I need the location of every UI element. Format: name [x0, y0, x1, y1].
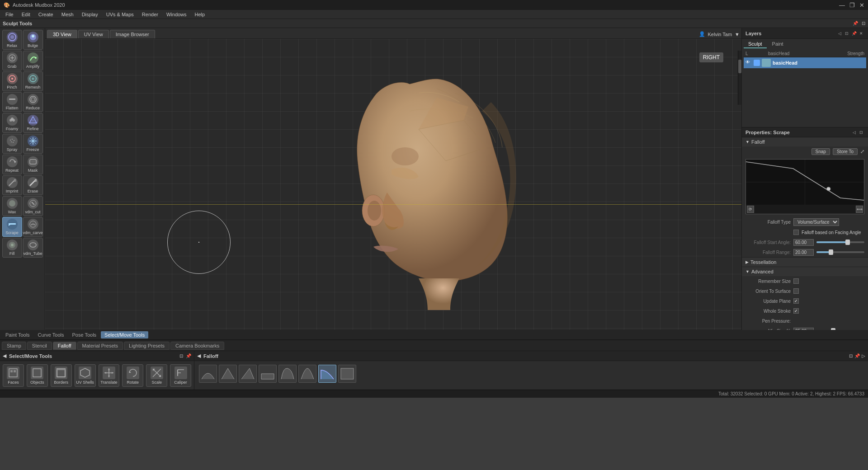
falloff-preview[interactable]: ⟳ ⟺ [745, 159, 864, 214]
falloff-start-input[interactable] [793, 239, 814, 246]
remember-size-checkbox[interactable] [793, 278, 799, 284]
layer-eye-icon[interactable]: 👁 [745, 60, 752, 66]
tab-select-move-tools[interactable]: Select/Move Tools [101, 331, 148, 338]
tab-curve-tools[interactable]: Curve Tools [34, 331, 68, 338]
min-size-input[interactable] [793, 328, 814, 330]
expand-icon[interactable]: ⤢ [860, 149, 864, 155]
tool-grab[interactable]: Grab [2, 51, 22, 70]
tool-flatten[interactable]: Flatten [2, 92, 22, 112]
tool-amplify[interactable]: Amplify [23, 51, 43, 70]
tool-vdm-carve[interactable]: vdm_carve [23, 217, 43, 237]
tool-freeze[interactable]: Freeze [23, 134, 43, 154]
layers-tab-paint[interactable]: Paint [768, 40, 788, 48]
layer-row-basichead[interactable]: 👁 basicHead [744, 57, 866, 68]
orient-surface-checkbox[interactable] [793, 288, 799, 294]
layers-scrollbar[interactable] [738, 51, 741, 105]
falloff-shape-7[interactable] [318, 365, 336, 383]
tool-repeat[interactable]: Repeat [2, 155, 22, 174]
tool-vdm-cut[interactable]: vdm_cut [23, 196, 43, 216]
tool-bulge[interactable]: Bulge [23, 30, 43, 50]
tool-relax[interactable]: Relax [2, 30, 22, 50]
tool-translate[interactable]: Translate [99, 364, 120, 387]
tab-image-browser[interactable]: Image Browser [110, 30, 155, 38]
menu-mesh[interactable]: Mesh [58, 10, 77, 19]
falloff-shape-1[interactable] [199, 365, 217, 383]
user-dropdown-icon[interactable]: ▼ [735, 32, 740, 37]
falloff-range-slider[interactable] [816, 251, 864, 253]
tessellation-section-header[interactable]: ▶ Tessellation [742, 258, 868, 267]
whole-stroke-checkbox[interactable]: ✓ [793, 308, 799, 314]
tool-uv-shells[interactable]: UV Shells [75, 364, 96, 387]
menu-display[interactable]: Display [78, 10, 102, 19]
falloff-panel-dock[interactable]: ⊡ [849, 353, 853, 358]
tool-erase[interactable]: Erase [23, 175, 43, 195]
close-button[interactable]: ✕ [859, 2, 864, 9]
props-dock-icon[interactable]: ⊡ [858, 129, 864, 136]
falloff-btn-reset[interactable]: ⟳ [747, 206, 754, 213]
tool-objects[interactable]: Objects [27, 364, 48, 387]
menu-file[interactable]: File [2, 10, 17, 19]
menu-edit[interactable]: Edit [18, 10, 34, 19]
bottom-tab-material-presets[interactable]: Material Presets [77, 342, 123, 350]
menu-help[interactable]: Help [191, 10, 209, 19]
tab-pose-tools[interactable]: Pose Tools [69, 331, 100, 338]
tool-wax[interactable]: Wax [2, 196, 22, 216]
tool-vdm-tube[interactable]: vdm_Tube [23, 238, 43, 258]
falloff-start-slider[interactable] [816, 241, 864, 243]
tab-uv-view[interactable]: UV View [78, 30, 109, 38]
menu-render[interactable]: Render [138, 10, 162, 19]
advanced-section-header[interactable]: ▼ Advanced [742, 267, 868, 276]
tool-foamy[interactable]: Foamy [2, 113, 22, 133]
falloff-range-input[interactable] [793, 249, 814, 256]
viewport-3d[interactable]: RIGHT [45, 39, 741, 330]
falloff-shape-4[interactable] [259, 365, 277, 383]
falloff-shape-6[interactable] [298, 365, 316, 383]
arrow-left-falloff[interactable]: ◀ [197, 353, 201, 359]
update-plane-checkbox[interactable]: ✓ [793, 298, 799, 304]
falloff-section-header[interactable]: ▼ Falloff [742, 137, 868, 146]
dock-icon-bl[interactable]: ⊡ [179, 353, 183, 358]
tool-imprint[interactable]: Imprint [2, 175, 22, 195]
falloff-shape-5[interactable] [278, 365, 297, 383]
tool-scrape[interactable]: Scrape [2, 217, 22, 237]
arrow-left-icon[interactable]: ◀ [3, 353, 6, 359]
falloff-panel-pin[interactable]: 📌 [854, 353, 860, 358]
menu-create[interactable]: Create [35, 10, 57, 19]
tool-reduce[interactable]: Reduce [23, 92, 43, 112]
tool-fill[interactable]: Fill [2, 238, 22, 258]
tool-pinch[interactable]: Pinch [2, 71, 22, 91]
bottom-tab-camera-bookmarks[interactable]: Camera Bookmarks [170, 342, 224, 350]
tab-paint-tools[interactable]: Paint Tools [2, 331, 33, 338]
falloff-type-dropdown[interactable]: Volume/Surface [793, 218, 839, 226]
falloff-shape-8[interactable] [338, 365, 356, 383]
layers-pin-icon[interactable]: 📌 [851, 30, 857, 37]
snap-button[interactable]: Snap [811, 148, 830, 155]
menu-uvs-maps[interactable]: UVs & Maps [103, 10, 137, 19]
falloff-btn-flip[interactable]: ⟺ [856, 206, 863, 213]
layers-close-icon[interactable]: ✕ [858, 30, 864, 37]
bottom-tab-falloff[interactable]: Falloff [53, 342, 76, 350]
minimize-button[interactable]: — [839, 2, 845, 9]
tool-faces[interactable]: Faces [3, 364, 24, 387]
falloff-shape-2[interactable] [219, 365, 237, 383]
dock-icon[interactable]: ⊡ [862, 21, 865, 26]
bottom-tab-stamp[interactable]: Stamp [2, 342, 26, 350]
tool-rotate[interactable]: Rotate [122, 364, 143, 387]
falloff-shape-3[interactable] [239, 365, 257, 383]
bottom-tab-stencil[interactable]: Stencil [27, 342, 52, 350]
layers-collapse-icon[interactable]: ◁ [836, 30, 843, 37]
store-to-button[interactable]: Store To [833, 148, 858, 155]
tab-3d-view[interactable]: 3D View [47, 30, 77, 38]
tool-refine[interactable]: Refine [23, 113, 43, 133]
tool-borders[interactable]: Borders [51, 364, 72, 387]
bottom-tab-lighting-presets[interactable]: Lighting Presets [124, 342, 170, 350]
props-collapse-icon[interactable]: ◁ [851, 129, 857, 136]
layers-dock-icon[interactable]: ⊡ [844, 30, 850, 37]
facing-angle-checkbox[interactable] [793, 230, 799, 235]
tool-scale[interactable]: Scale [146, 364, 167, 387]
tool-mask[interactable]: Mask [23, 155, 43, 174]
tool-spray[interactable]: Spray [2, 134, 22, 154]
layers-tab-sculpt[interactable]: Sculpt [744, 40, 767, 48]
expand-right-icon[interactable]: ▷ [862, 353, 865, 358]
menu-windows[interactable]: Windows [163, 10, 190, 19]
